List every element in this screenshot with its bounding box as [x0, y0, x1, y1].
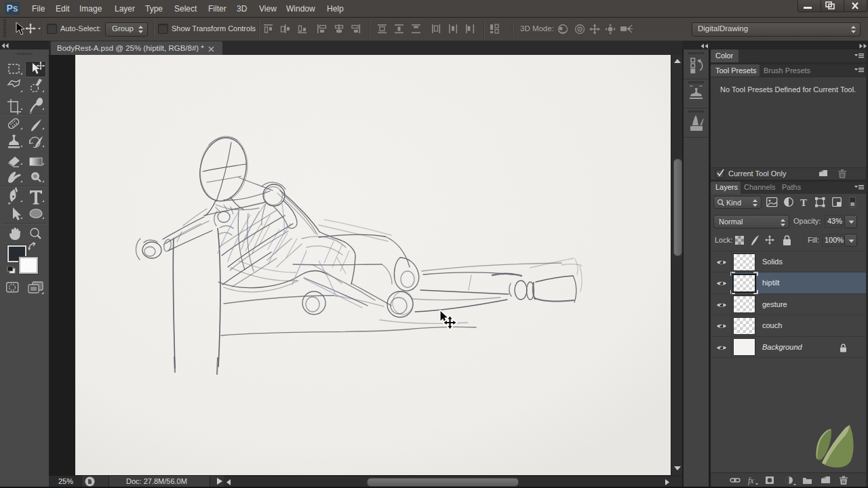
svg-text:T: T: [800, 197, 807, 208]
svg-text:fx: fx: [748, 476, 754, 485]
